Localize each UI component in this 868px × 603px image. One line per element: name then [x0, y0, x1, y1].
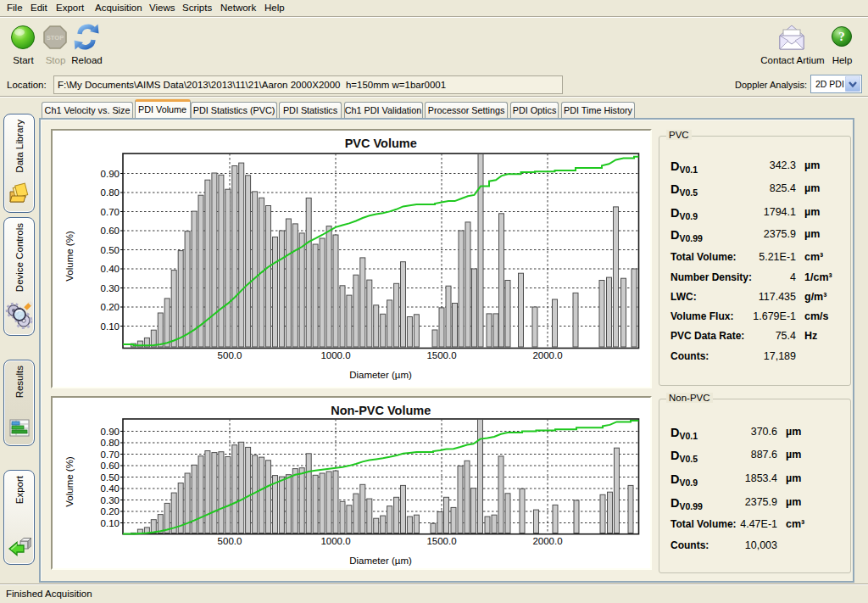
- svg-text:Non-PVC Volume: Non-PVC Volume: [331, 404, 431, 417]
- svg-text:2000.0: 2000.0: [532, 350, 562, 360]
- svg-text:0.60: 0.60: [101, 226, 120, 236]
- svg-text:0.10: 0.10: [101, 518, 120, 528]
- svg-text:0.50: 0.50: [101, 245, 120, 255]
- svg-text:2000.0: 2000.0: [532, 536, 562, 546]
- svg-text:0.10: 0.10: [101, 321, 120, 332]
- svg-text:0.30: 0.30: [101, 495, 120, 505]
- svg-text:0.30: 0.30: [101, 283, 120, 293]
- svg-text:1500.0: 1500.0: [426, 536, 456, 546]
- svg-text:0.40: 0.40: [101, 264, 120, 274]
- svg-text:1500.0: 1500.0: [426, 350, 456, 360]
- svg-text:500.0: 500.0: [218, 350, 242, 360]
- svg-text:0.90: 0.90: [101, 169, 120, 179]
- svg-text:PVC Volume: PVC Volume: [345, 137, 417, 150]
- svg-text:0.50: 0.50: [101, 472, 120, 483]
- svg-text:1000.0: 1000.0: [320, 536, 350, 546]
- svg-text:0.40: 0.40: [101, 483, 120, 494]
- svg-text:0.80: 0.80: [101, 187, 120, 198]
- svg-text:?: ?: [838, 30, 845, 43]
- svg-text:0.20: 0.20: [101, 506, 120, 516]
- svg-text:0.20: 0.20: [101, 302, 120, 312]
- svg-text:0.70: 0.70: [101, 449, 120, 460]
- svg-text:0.70: 0.70: [101, 207, 120, 217]
- svg-text:0.80: 0.80: [101, 438, 120, 448]
- svg-text:1000.0: 1000.0: [320, 350, 350, 360]
- svg-text:500.0: 500.0: [218, 536, 242, 546]
- svg-text:0.60: 0.60: [101, 461, 120, 471]
- svg-text:0.90: 0.90: [101, 427, 120, 437]
- svg-text:STOP: STOP: [47, 34, 64, 42]
